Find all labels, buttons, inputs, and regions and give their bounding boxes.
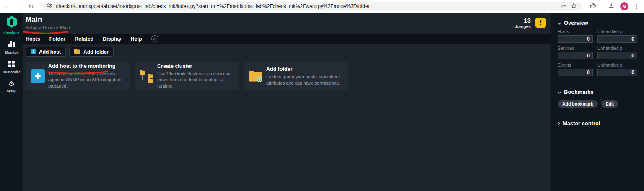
card-description: Folders group your hosts, can inherit at… — [266, 74, 345, 86]
stat-label: Unhandled p. — [597, 29, 637, 34]
forward-icon[interactable]: → — [16, 3, 23, 10]
checkmk-logo-icon[interactable] — [5, 15, 18, 30]
panel-divider — [558, 114, 638, 114]
kebab-menu-icon[interactable]: ⋮ — [634, 3, 640, 9]
menu-display[interactable]: Display — [103, 36, 121, 42]
menubar: Hosts Folder Related Display Help — [23, 34, 551, 44]
url-text[interactable]: checkmk.matrixpost-lab.net/matrixpost_la… — [56, 3, 557, 9]
grid-icon — [8, 61, 15, 69]
right-sidebar: Overview Hosts 0 Unhandled p. 0 Services… — [551, 13, 644, 191]
bookmarks-title: Bookmarks — [564, 89, 594, 95]
host-plus-icon: + — [31, 49, 36, 54]
chevron-right-icon — [558, 120, 560, 126]
cluster-icon — [140, 69, 154, 83]
sidebar-item-setup[interactable]: ⚙ Setup — [7, 80, 17, 93]
card-title: Create cluster — [157, 63, 236, 69]
reload-icon[interactable]: ↻ — [29, 3, 34, 10]
stat-label: Events — [558, 62, 593, 67]
add-host-label: Add host — [39, 49, 61, 55]
host-plus-icon: + — [31, 69, 45, 83]
add-bookmark-button[interactable]: Add bookmark — [558, 100, 598, 108]
card-description: The host must have the Checkmk agent or … — [48, 71, 127, 89]
sidebar-item-label: Monitor — [5, 50, 18, 54]
overview-title: Overview — [564, 20, 588, 26]
stat-value-box[interactable]: 0 — [558, 35, 593, 43]
master-control-title: Master control — [563, 120, 600, 126]
collapse-menubar-button[interactable] — [151, 35, 158, 42]
overview-row: Hosts 0 Unhandled p. 0 — [558, 26, 638, 43]
stat-label: Unhandled p. — [597, 62, 637, 67]
master-control-section-header[interactable]: Master control — [558, 120, 638, 126]
card-add-host[interactable]: + Add host to the monitoring The host mu… — [26, 62, 130, 90]
sidebar-item-label: Customize — [3, 70, 21, 74]
main-area: Main Setup > Hosts > Main 13 changes ! H… — [23, 13, 551, 191]
bookmark-star-icon[interactable] — [571, 3, 577, 10]
stat-value-box[interactable]: 0 — [597, 52, 637, 59]
sidebar-item-customize[interactable]: Customize — [3, 61, 21, 74]
back-icon[interactable]: ← — [4, 3, 10, 10]
stat-value-box[interactable]: 0 — [597, 69, 637, 76]
chevron-down-icon — [558, 20, 561, 26]
overview-row: Services 0 Unhandled p. 0 — [558, 43, 638, 59]
add-folder-button[interactable]: Add folder — [69, 47, 114, 57]
warning-badge-icon[interactable]: ! — [535, 18, 546, 28]
stat-label: Unhandled p. — [597, 46, 637, 51]
address-bar[interactable]: checkmk.matrixpost-lab.net/matrixpost_la… — [42, 2, 582, 11]
download-icon[interactable] — [608, 2, 615, 10]
chevron-down-icon — [558, 89, 561, 95]
bookmarks-section-header[interactable]: Bookmarks — [558, 89, 638, 95]
stat-value-box[interactable]: 0 — [558, 52, 593, 59]
toolbar-divider — [602, 3, 602, 10]
browser-chrome: ← → ↻ checkmk.matrixpost-lab.net/matrixp… — [0, 0, 644, 13]
stat-value-box[interactable]: 0 — [597, 35, 637, 43]
menu-related[interactable]: Related — [75, 36, 93, 42]
stat-label: Services — [558, 46, 593, 51]
edit-bookmarks-button[interactable]: Edit — [601, 100, 619, 108]
profile-avatar[interactable]: M — [620, 2, 628, 10]
card-title: Add host to the monitoring — [48, 63, 127, 69]
menu-folder[interactable]: Folder — [49, 36, 65, 42]
overview-row: Events 0 Unhandled p. 0 — [558, 59, 638, 76]
overview-section-header[interactable]: Overview — [558, 20, 638, 26]
checkmk-wordmark: checkmk — [3, 31, 20, 35]
stat-value-box[interactable]: 0 — [558, 69, 593, 76]
gear-icon: ⚙ — [8, 80, 15, 88]
password-key-icon[interactable] — [561, 3, 567, 10]
page-title: Main — [26, 15, 70, 24]
card-description: Use Checkmk clusters if an item can move… — [157, 71, 236, 89]
page-content: + Add host Add folder + Add host to the … — [23, 44, 551, 191]
site-info-icon[interactable] — [47, 3, 52, 10]
add-host-button[interactable]: + Add host — [26, 47, 66, 57]
breadcrumb[interactable]: Setup > Hosts > Main — [26, 25, 70, 30]
stat-label: Hosts — [558, 29, 593, 34]
card-create-cluster[interactable]: Create cluster Use Checkmk clusters if a… — [135, 62, 239, 90]
changes-label: changes — [513, 24, 531, 29]
pending-changes[interactable]: 13 changes — [513, 17, 531, 29]
page-header: Main Setup > Hosts > Main 13 changes ! — [23, 13, 551, 34]
extensions-icon[interactable] — [589, 2, 596, 10]
changes-count: 13 — [513, 17, 531, 24]
folder-icon — [74, 49, 80, 55]
menu-help[interactable]: Help — [131, 36, 142, 42]
card-title: Add folder — [266, 66, 345, 72]
left-sidebar: checkmk Monitor Customize ⚙ Setup — [0, 13, 23, 191]
add-folder-label: Add folder — [83, 49, 109, 55]
menu-hosts[interactable]: Hosts — [26, 36, 40, 42]
card-add-folder[interactable]: Add folder Folders group your hosts, can… — [244, 62, 348, 90]
sidebar-item-label: Setup — [7, 89, 17, 93]
bar-chart-icon — [8, 41, 15, 49]
folder-plus-icon — [249, 69, 263, 83]
panel-divider — [558, 83, 638, 83]
sidebar-item-monitor[interactable]: Monitor — [5, 41, 18, 54]
